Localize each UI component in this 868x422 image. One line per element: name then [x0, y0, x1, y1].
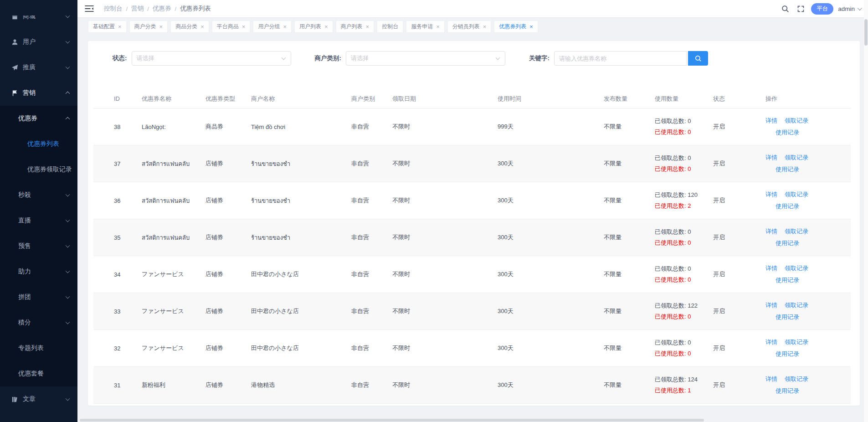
keyword-input[interactable] [554, 51, 687, 66]
search-icon [695, 55, 702, 62]
tab-商户列表[interactable]: 商户列表× [336, 21, 375, 33]
close-icon[interactable]: × [366, 24, 370, 30]
usage-records-link[interactable]: 使用记录 [776, 314, 799, 320]
detail-link[interactable]: 详情 [765, 190, 777, 199]
horizontal-scrollbar[interactable] [77, 418, 864, 422]
breadcrumb-item[interactable]: 优惠券 [153, 5, 171, 13]
platform-badge[interactable]: 平台 [811, 3, 833, 15]
table-header: ID优惠券名称优惠券类型商户名称商户类别领取日期使用时间发布数量使用数量状态操作 [93, 89, 851, 108]
cell-publish-qty: 不限量 [604, 233, 655, 242]
sidebar-item-積分[interactable]: 積分 [0, 310, 77, 335]
sidebar-menu: 商城用户推廣营销优惠券优惠券列表优惠券领取记录秒殺直播预售助力拼团積分专题列表优… [0, 15, 77, 422]
tab-label: 平台商品 [217, 23, 239, 31]
detail-link[interactable]: 详情 [765, 301, 777, 309]
tab-控制台[interactable]: 控制台 [377, 21, 403, 33]
cell-merchant-name: ร้านขายของชำ [251, 159, 351, 169]
status-select[interactable]: 请选择 [132, 51, 291, 66]
detail-link[interactable]: 详情 [765, 227, 777, 236]
claim-records-link[interactable]: 领取记录 [785, 190, 808, 199]
tab-用户列表[interactable]: 用户列表× [294, 21, 333, 33]
used-total: 已使用总数: 0 [655, 239, 709, 247]
usage-records-link[interactable]: 使用记录 [776, 203, 799, 210]
claim-records-link[interactable]: 领取记录 [785, 375, 808, 383]
column-header-操作: 操作 [765, 95, 851, 103]
tab-商品分类[interactable]: 商品分类× [170, 21, 209, 33]
close-icon[interactable]: × [436, 24, 440, 30]
close-icon[interactable]: × [324, 24, 328, 30]
usage-records-link[interactable]: 使用记录 [776, 387, 799, 394]
detail-link[interactable]: 详情 [765, 338, 777, 346]
tab-商户分类[interactable]: 商户分类× [129, 21, 168, 33]
sidebar-item-推廣[interactable]: 推廣 [0, 55, 77, 80]
sidebar-item-直播[interactable]: 直播 [0, 208, 77, 233]
sidebar-item-优惠券领取记录[interactable]: 优惠券领取记录 [0, 157, 77, 182]
cell-id: 36 [114, 197, 142, 204]
tab-label: 用户分组 [258, 23, 280, 31]
vertical-scrollbar[interactable] [864, 0, 868, 422]
close-icon[interactable]: × [242, 24, 246, 30]
merchant-type-select[interactable]: 请选择 [346, 51, 505, 66]
close-icon[interactable]: × [483, 24, 487, 30]
used-total: 已使用总数: 1 [655, 386, 709, 395]
sidebar-item-预售[interactable]: 预售 [0, 233, 77, 259]
top-header: 控制台/营销/优惠券/优惠券列表 平台 admin [77, 0, 868, 17]
sidebar-item-优惠套餐[interactable]: 优惠套餐 [0, 361, 77, 386]
sidebar-item-助力[interactable]: 助力 [0, 259, 77, 284]
usage-records-link[interactable]: 使用记录 [776, 129, 799, 136]
search-icon[interactable] [778, 2, 792, 15]
cell-use-time: 300天 [498, 381, 604, 389]
claim-records-link[interactable]: 领取记录 [785, 227, 808, 236]
close-icon[interactable]: × [529, 24, 533, 30]
sidebar-item-用户[interactable]: 用户 [0, 29, 77, 55]
detail-link[interactable]: 详情 [765, 264, 777, 273]
cell-status: 开启 [713, 160, 765, 168]
sidebar-item-营销[interactable]: 营销 [0, 80, 77, 106]
cell-coupon-name: ファンサービス [142, 344, 205, 352]
breadcrumb-item[interactable]: 营销 [131, 5, 144, 13]
sidebar-item-专题列表[interactable]: 专题列表 [0, 335, 77, 361]
table-row: 38 LãoNgọt: 商品券 Tiệm đồ chơi 非自营 不限时 999… [93, 108, 851, 145]
usage-records-link[interactable]: 使用记录 [776, 240, 799, 247]
sidebar-item-优惠券[interactable]: 优惠券 [0, 106, 77, 131]
tab-用户分组[interactable]: 用户分组× [253, 21, 292, 33]
detail-link[interactable]: 详情 [765, 375, 777, 383]
breadcrumb-item[interactable]: 控制台 [104, 5, 123, 13]
usage-records-link[interactable]: 使用记录 [776, 350, 799, 357]
table-row: 36 สวัสดิการแฟนคลับ 店铺券 ร้านขายของชำ 非自营… [93, 182, 851, 219]
claim-records-link[interactable]: 领取记录 [785, 301, 808, 309]
tab-分销员列表[interactable]: 分销员列表× [447, 21, 492, 33]
detail-link[interactable]: 详情 [765, 154, 777, 162]
fullscreen-icon[interactable] [794, 2, 807, 15]
tab-优惠券列表[interactable]: 优惠券列表× [494, 21, 538, 33]
detail-link[interactable]: 详情 [765, 117, 777, 125]
sidebar-item-拼团[interactable]: 拼团 [0, 284, 77, 310]
search-button[interactable] [688, 51, 708, 66]
close-icon[interactable]: × [159, 24, 163, 30]
cell-use-time: 300天 [498, 270, 604, 278]
usage-records-link[interactable]: 使用记录 [776, 277, 799, 283]
tab-平台商品[interactable]: 平台商品× [212, 21, 251, 33]
close-icon[interactable]: × [283, 24, 287, 30]
sidebar-item-商城[interactable]: 商城 [0, 15, 77, 29]
close-icon[interactable]: × [118, 24, 122, 30]
usage-records-link[interactable]: 使用记录 [776, 166, 799, 173]
tab-服务申请[interactable]: 服务申请× [406, 21, 445, 33]
breadcrumb-separator: / [126, 5, 128, 12]
scrollbar-thumb[interactable] [864, 19, 868, 46]
close-icon[interactable]: × [200, 24, 204, 30]
scrollbar-thumb[interactable] [80, 419, 704, 422]
cell-merchant-type: 非自营 [351, 381, 392, 389]
cell-status: 开启 [713, 344, 765, 352]
claim-records-link[interactable]: 领取记录 [785, 338, 808, 346]
sidebar-item-秒殺[interactable]: 秒殺 [0, 182, 77, 208]
user-menu[interactable]: admin [838, 5, 861, 12]
claim-records-link[interactable]: 领取记录 [785, 264, 808, 273]
tab-基础配置[interactable]: 基础配置× [88, 21, 127, 33]
claim-records-link[interactable]: 领取记录 [785, 117, 808, 125]
sidebar-item-优惠券列表[interactable]: 优惠券列表 [0, 131, 77, 157]
cell-use-time: 300天 [498, 307, 604, 315]
sidebar-item-文章[interactable]: 文章 [0, 386, 77, 412]
claim-records-link[interactable]: 领取记录 [785, 154, 808, 162]
cell-publish-qty: 不限量 [604, 270, 655, 278]
menu-collapse-icon[interactable] [85, 5, 95, 13]
